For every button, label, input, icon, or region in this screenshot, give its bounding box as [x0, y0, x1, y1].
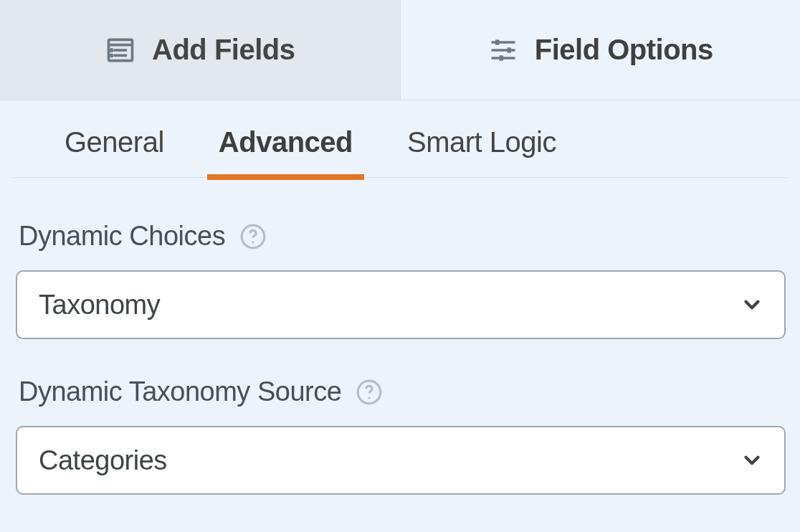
chevron-down-icon [740, 293, 764, 317]
help-icon[interactable] [356, 379, 383, 406]
subtab-advanced[interactable]: Advanced [207, 126, 364, 180]
sub-tabs: General Advanced Smart Logic [13, 100, 787, 178]
dynamic-taxonomy-source-label: Dynamic Taxonomy Source [19, 376, 341, 407]
dynamic-taxonomy-source-group: Dynamic Taxonomy Source Categories [16, 376, 786, 495]
tab-add-fields[interactable]: Add Fields [0, 0, 401, 100]
dynamic-choices-select[interactable]: Taxonomy [16, 270, 786, 339]
top-tabs: Add Fields Field Options [0, 0, 800, 100]
svg-point-13 [252, 241, 254, 243]
svg-point-5 [110, 54, 112, 56]
tab-add-fields-label: Add Fields [152, 34, 295, 66]
svg-rect-11 [499, 55, 503, 60]
form-icon [105, 34, 136, 66]
tab-field-options-label: Field Options [535, 34, 713, 66]
dynamic-choices-label: Dynamic Choices [19, 221, 225, 252]
subtab-smart-logic[interactable]: Smart Logic [396, 126, 568, 180]
svg-rect-10 [507, 47, 511, 52]
svg-point-4 [110, 49, 112, 50]
tab-field-options[interactable]: Field Options [401, 0, 801, 100]
dynamic-choices-value: Taxonomy [39, 290, 160, 320]
help-icon[interactable] [239, 223, 267, 250]
svg-point-15 [368, 396, 371, 399]
field-options-panel: Dynamic Choices Taxonomy [0, 178, 800, 495]
chevron-down-icon [740, 448, 764, 472]
dynamic-choices-group: Dynamic Choices Taxonomy [16, 221, 786, 339]
sliders-icon [487, 34, 519, 66]
svg-rect-9 [495, 39, 500, 44]
subtab-general[interactable]: General [53, 126, 176, 180]
dynamic-taxonomy-source-select[interactable]: Categories [16, 426, 786, 495]
dynamic-taxonomy-source-value: Categories [39, 445, 167, 476]
